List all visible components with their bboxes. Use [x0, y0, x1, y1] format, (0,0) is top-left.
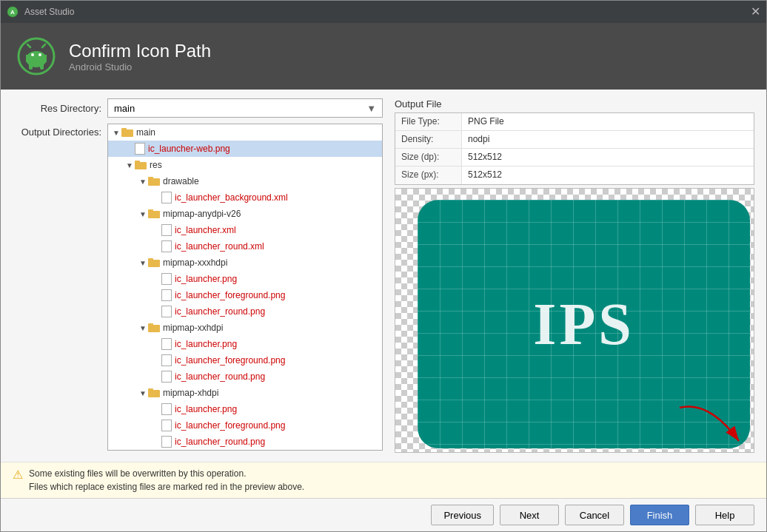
tree-item-label: ic_launcher.png — [175, 274, 237, 284]
tree-row[interactable]: ▼mipmap-xhdpi — [108, 385, 382, 401]
tree-item-label: mipmap-xxxhdpi — [163, 257, 227, 268]
tree-row[interactable]: ▼mipmap-xxxhdpi — [108, 255, 382, 271]
tree-expand-arrow-icon: ▼ — [138, 389, 148, 397]
tree-item-label: ic_launcher.xml — [175, 225, 236, 235]
tree-item-label: ic_launcher-web.png — [148, 144, 230, 154]
warning-line2: Files which replace existing files are m… — [29, 480, 304, 494]
res-directory-label: Res Directory: — [13, 103, 101, 114]
help-button[interactable]: Help — [695, 505, 754, 525]
file-type-value: PNG File — [462, 113, 510, 130]
dropdown-arrow-icon: ▼ — [366, 103, 376, 114]
folder-icon — [148, 323, 160, 332]
preview-area: IPS — [395, 188, 754, 453]
tree-item-label: mipmap-anydpi-v26 — [163, 209, 241, 219]
folder-icon — [148, 258, 160, 267]
file-type-label: File Type: — [395, 113, 462, 130]
tree-item-label: ic_launcher.png — [175, 404, 237, 414]
warning-icon: ⚠ — [13, 468, 23, 482]
tree-row[interactable]: ▼drawable — [108, 173, 382, 189]
tree-row[interactable]: ic_launcher_foreground.png — [108, 352, 382, 368]
ips-logo-text: IPS — [533, 291, 634, 358]
file-icon — [161, 436, 172, 448]
tree-row[interactable]: ic_launcher_foreground.png — [108, 417, 382, 434]
tree-row[interactable]: ▼mipmap-xxhdpi — [108, 320, 382, 336]
tree-row[interactable]: ic_launcher-web.png — [108, 141, 382, 157]
res-directory-row: Res Directory: main ▼ — [13, 98, 383, 118]
svg-point-6 — [38, 53, 41, 56]
tree-row[interactable]: ic_launcher_round.png — [108, 368, 382, 385]
file-icon — [161, 338, 172, 350]
tree-expand-arrow-icon: ▼ — [138, 210, 148, 218]
folder-icon — [121, 128, 133, 137]
finish-button[interactable]: Finish — [630, 505, 689, 525]
file-icon — [161, 371, 172, 383]
warning-line1: Some existing files will be overwritten … — [29, 467, 304, 480]
right-panel: Output File File Type: PNG File Density:… — [395, 98, 754, 453]
tree-expand-arrow-icon: ▼ — [138, 324, 148, 332]
tree-row[interactable]: ic_launcher_round.png — [108, 303, 382, 320]
folder-icon — [148, 177, 160, 186]
file-tree[interactable]: ▼mainic_launcher-web.png▼res▼drawableic_… — [107, 124, 383, 451]
output-info-table: File Type: PNG File Density: nodpi Size … — [395, 112, 754, 185]
svg-line-8 — [42, 44, 45, 47]
tree-row[interactable]: ic_launcher_foreground.png — [108, 287, 382, 303]
svg-rect-4 — [26, 55, 47, 62]
title-bar: A Asset Studio ✕ — [1, 1, 766, 23]
tree-row[interactable]: ▼main — [108, 124, 382, 141]
svg-text:A: A — [10, 9, 15, 16]
file-icon — [161, 354, 172, 366]
svg-line-7 — [27, 44, 30, 47]
size-dp-value: 512x512 — [462, 149, 508, 166]
file-icon — [161, 192, 172, 203]
svg-rect-9 — [29, 62, 33, 70]
output-directories-row: Output Directories: ▼mainic_launcher-web… — [13, 124, 383, 451]
svg-point-5 — [31, 53, 34, 56]
res-directory-select[interactable]: main ▼ — [107, 98, 383, 118]
title-bar-left: A Asset Studio — [7, 6, 74, 18]
android-studio-icon: A — [7, 6, 19, 18]
tree-expand-arrow-icon: ▼ — [111, 129, 121, 137]
ips-preview-card: IPS — [418, 200, 750, 448]
file-icon — [161, 224, 172, 236]
tree-row[interactable]: ic_launcher_background.xml — [108, 189, 382, 206]
warning-bar: ⚠ Some existing files will be overwritte… — [1, 462, 766, 498]
output-file-header: Output File — [395, 98, 754, 110]
tree-row[interactable]: ic_launcher.png — [108, 401, 382, 417]
tree-row[interactable]: ic_launcher_round.xml — [108, 238, 382, 255]
tree-row[interactable]: ic_launcher_round.png — [108, 434, 382, 450]
svg-rect-10 — [40, 62, 44, 70]
cancel-button[interactable]: Cancel — [565, 505, 624, 525]
next-button[interactable]: Next — [500, 505, 559, 525]
file-icon — [161, 306, 172, 317]
tree-item-label: ic_launcher_round.xml — [175, 241, 264, 252]
tree-item-label: ic_launcher_round.png — [175, 437, 265, 447]
tree-expand-arrow-icon: ▼ — [138, 259, 148, 267]
size-dp-row: Size (dp): 512x512 — [395, 149, 754, 166]
left-panel: Res Directory: main ▼ Output Directories… — [13, 98, 383, 453]
close-button[interactable]: ✕ — [751, 6, 760, 18]
tree-row[interactable]: ic_launcher.png — [108, 271, 382, 287]
tree-item-label: ic_launcher_foreground.png — [175, 290, 285, 300]
tree-row[interactable]: ▼mipmap-anydpi-v26 — [108, 206, 382, 222]
tree-row[interactable]: ic_launcher.xml — [108, 222, 382, 238]
size-px-value: 512x512 — [462, 166, 508, 184]
file-icon — [161, 420, 172, 431]
tree-row[interactable]: ic_launcher.png — [108, 336, 382, 352]
tree-expand-arrow-icon: ▼ — [138, 178, 148, 186]
file-icon — [135, 143, 145, 155]
header-logo — [16, 36, 57, 77]
size-dp-label: Size (dp): — [395, 149, 462, 166]
page-title: Confirm Icon Path — [69, 41, 211, 61]
tree-item-label: ic_launcher.png — [175, 339, 237, 349]
folder-icon — [148, 388, 160, 397]
tree-row[interactable]: ▼res — [108, 157, 382, 173]
density-row: Density: nodpi — [395, 131, 754, 149]
file-icon — [161, 240, 172, 252]
button-bar: Previous Next Cancel Finish Help — [1, 498, 766, 531]
size-px-label: Size (px): — [395, 166, 462, 184]
page-subtitle: Android Studio — [69, 61, 211, 73]
previous-button[interactable]: Previous — [431, 505, 494, 525]
tree-item-label: mipmap-xhdpi — [163, 388, 218, 398]
folder-icon — [148, 209, 160, 218]
tree-item-label: ic_launcher_round.png — [175, 371, 265, 382]
